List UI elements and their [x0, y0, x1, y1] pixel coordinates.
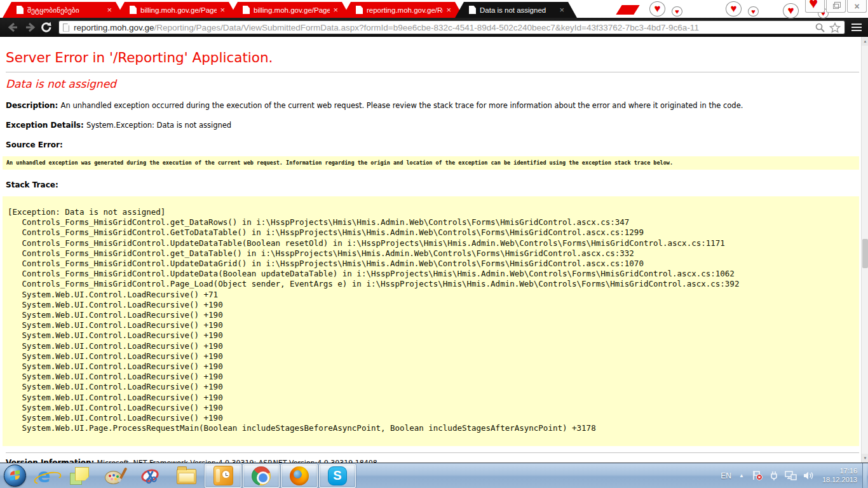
- chrome-icon: [252, 466, 271, 485]
- skype-icon: S: [328, 466, 347, 485]
- exception-text: System.Exception: Data is not assigned: [86, 121, 231, 130]
- page-favicon-icon: [469, 6, 476, 14]
- internet-explorer-icon: e: [37, 467, 50, 485]
- page-favicon-icon: [130, 6, 137, 14]
- screen: შეტყობინებები × billing.moh.gov.ge/Pages…: [0, 0, 868, 488]
- volume-icon[interactable]: [803, 470, 814, 481]
- language-indicator[interactable]: EN: [721, 471, 731, 480]
- stack-trace-label: Stack Trace:: [6, 180, 58, 189]
- outlook-icon: [214, 466, 233, 485]
- chrome-menu-icon[interactable]: [851, 22, 862, 33]
- scroll-down-icon[interactable]: ▼: [862, 454, 868, 463]
- time: 17:16: [839, 467, 857, 475]
- heart-decoration-icon: ♥: [726, 1, 742, 17]
- windows-logo-icon: [10, 470, 20, 480]
- date: 18.12.2013: [822, 476, 857, 484]
- taskbar-outlook[interactable]: [205, 464, 241, 488]
- browser-toolbar: reporting.moh.gov.ge/Reporting/Pages/Dat…: [0, 18, 868, 37]
- error-page-content: Server Error in '/Reporting' Application…: [0, 37, 868, 463]
- tab-active-error[interactable]: Data is not assigned ×: [455, 2, 577, 18]
- source-error-text: An unhandled exception was generated dur…: [6, 159, 855, 166]
- taskbar-apps: e S: [0, 463, 356, 488]
- start-button[interactable]: [4, 464, 26, 487]
- taskbar-skype[interactable]: S: [319, 464, 356, 488]
- tab-billing-2[interactable]: billing.moh.gov.ge/Pages ×: [229, 2, 351, 18]
- close-icon: ×: [854, 3, 859, 10]
- reload-button[interactable]: [38, 20, 55, 35]
- tab-reporting[interactable]: reporting.moh.gov.ge/Rep ×: [342, 2, 464, 18]
- stack-trace-text: [Exception: Data is not assigned] Contro…: [8, 207, 855, 433]
- heart-decoration-icon: ♥: [783, 3, 799, 18]
- taskbar-paint[interactable]: [98, 464, 132, 488]
- zoom-icon[interactable]: [815, 22, 825, 33]
- tab-label: შეტყობინებები: [27, 6, 104, 15]
- description-line: Description: An unhandled exception occu…: [6, 101, 859, 110]
- restore-icon: [833, 4, 839, 9]
- source-error-box: An unhandled exception was generated dur…: [3, 156, 859, 170]
- taskbar-sticky-notes[interactable]: [62, 464, 97, 488]
- tab-billing-1[interactable]: billing.moh.gov.ge/Pages ×: [116, 2, 238, 18]
- scroll-up-icon[interactable]: ▲: [862, 37, 868, 46]
- tab-label: billing.moh.gov.ge/Pages: [254, 6, 330, 14]
- page-icon: [63, 24, 69, 32]
- heart-decoration-icon: ♥: [649, 1, 665, 17]
- exception-line: Exception Details: System.Exception: Dat…: [6, 121, 859, 130]
- stack-trace-line: Stack Trace:: [6, 180, 859, 189]
- sticky-notes-icon: [70, 467, 89, 485]
- tab-close-icon[interactable]: ×: [559, 6, 564, 14]
- taskbar-windows-explorer[interactable]: [169, 464, 203, 488]
- page-favicon-icon: [243, 6, 250, 14]
- page-scrollbar[interactable]: ▲ ▼: [861, 37, 868, 463]
- tabs-container: შეტყობინებები × billing.moh.gov.ge/Pages…: [3, 2, 568, 18]
- page-favicon-icon: [17, 6, 24, 14]
- divider: [6, 452, 859, 453]
- power-plug-icon[interactable]: [769, 470, 779, 481]
- browser-tab-strip: შეტყობინებები × billing.moh.gov.ge/Pages…: [0, 0, 868, 18]
- source-error-line: Source Error:: [6, 140, 859, 149]
- heart-decoration-icon: ♥: [809, 0, 818, 12]
- snipping-tool-icon: [140, 467, 161, 485]
- folder-icon: [177, 469, 196, 484]
- action-center-flag-icon[interactable]: [752, 470, 763, 481]
- new-tab-button[interactable]: [616, 5, 639, 15]
- url-text: reporting.moh.gov.ge/Reporting/Pages/Dat…: [74, 23, 812, 32]
- error-subtitle: Data is not assigned: [6, 78, 859, 90]
- reload-icon: [40, 21, 53, 34]
- taskbar-chrome[interactable]: [243, 464, 280, 488]
- description-label: Description:: [6, 101, 61, 110]
- forward-button[interactable]: [22, 20, 38, 35]
- description-text: An unhandled exception occurred during t…: [61, 101, 743, 110]
- taskbar-internet-explorer[interactable]: e: [27, 464, 61, 488]
- tab-messages[interactable]: შეტყობინებები ×: [3, 2, 125, 18]
- tab-close-icon[interactable]: ×: [107, 6, 112, 14]
- window-controls: ♥ ×: [804, 0, 867, 13]
- divider: [6, 72, 859, 72]
- exception-label: Exception Details:: [6, 121, 86, 130]
- tab-label: billing.moh.gov.ge/Pages: [140, 6, 217, 14]
- tab-close-icon[interactable]: ×: [446, 6, 451, 14]
- clock[interactable]: 17:16 18.12.2013: [822, 467, 857, 484]
- tray-expand-icon[interactable]: ▲: [739, 473, 744, 478]
- minimize-button[interactable]: ♥: [805, 0, 825, 13]
- heart-decoration-icon: ♥: [748, 6, 759, 17]
- close-button[interactable]: ×: [847, 0, 867, 13]
- show-desktop-button[interactable]: [862, 463, 867, 488]
- tab-close-icon[interactable]: ×: [333, 6, 338, 14]
- taskbar-firefox[interactable]: [281, 464, 318, 488]
- system-tray: EN ▲: [721, 463, 868, 488]
- stack-trace-box: [Exception: Data is not assigned] Contro…: [3, 196, 859, 446]
- scrollbar-thumb[interactable]: [862, 239, 868, 268]
- tab-close-icon[interactable]: ×: [220, 6, 225, 14]
- address-bar[interactable]: reporting.moh.gov.ge/Reporting/Pages/Dat…: [58, 20, 845, 34]
- taskbar: e S: [0, 463, 868, 488]
- bookmark-star-icon[interactable]: [829, 22, 841, 33]
- tab-label: Data is not assigned: [480, 6, 556, 14]
- error-title: Server Error in '/Reporting' Application…: [6, 50, 859, 65]
- back-arrow-icon: [7, 22, 20, 33]
- taskbar-snipping-tool[interactable]: [133, 464, 168, 488]
- restore-button[interactable]: [826, 0, 846, 13]
- back-button[interactable]: [5, 20, 22, 35]
- network-icon[interactable]: [785, 470, 797, 481]
- firefox-icon: [290, 466, 309, 485]
- heart-decoration-icon: ♥: [672, 6, 682, 17]
